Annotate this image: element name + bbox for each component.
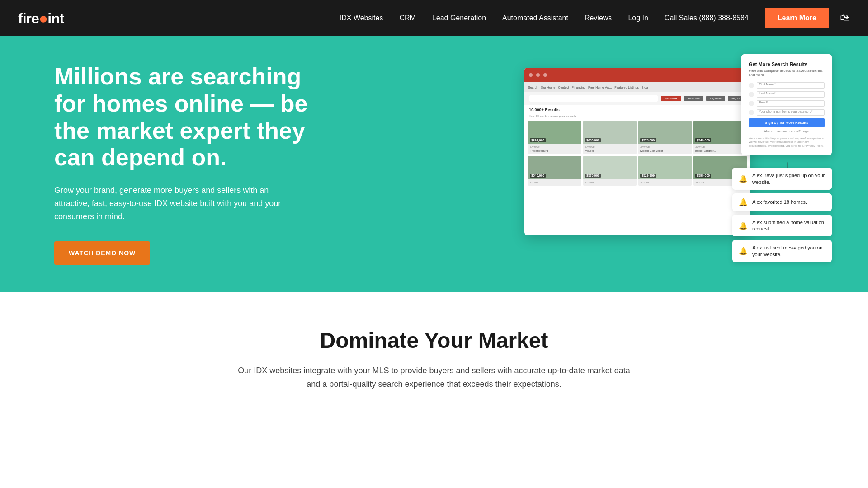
mock-property-2: $650,000 ACTIVEMcLean (583, 121, 637, 154)
mock-property-grid: $899,000 ACTIVEFredericksburg $650,000 A… (524, 121, 750, 186)
nav-links: IDX Websites CRM Lead Generation Automat… (340, 14, 749, 22)
signup-privacy-text: We are committed to your privacy and a s… (749, 136, 825, 148)
bell-icon-2: 🔔 (739, 198, 748, 206)
notification-3: 🔔 Alex submitted a home valuation reques… (732, 215, 832, 237)
signup-modal: Get More Search Results Free and complet… (741, 54, 832, 155)
notification-cards: 🔔 Alex Bava just signed up on your websi… (732, 168, 832, 262)
logo-flame: ● (39, 9, 48, 27)
learn-more-button[interactable]: Learn More (765, 8, 829, 28)
signup-field-firstname: First Name* (749, 82, 825, 89)
nav-log-in[interactable]: Log In (628, 14, 648, 22)
hero-title: Millions are searching for homes online … (54, 63, 326, 171)
nav-lead-generation[interactable]: Lead Generation (432, 14, 486, 22)
mock-property-1: $899,000 ACTIVEFredericksburg (528, 121, 581, 154)
mock-property-7: $529,999 ACTIVE (638, 156, 692, 186)
logo[interactable]: fire●int (18, 9, 64, 27)
notification-2: 🔔 Alex favorited 18 homes. (732, 193, 832, 211)
bell-icon-3: 🔔 (739, 221, 748, 230)
mock-results-count: 10,000+ Results (524, 105, 750, 115)
signup-modal-subtitle: Free and complete access to Saved Search… (749, 69, 825, 77)
mock-property-3: $575,000 ACTIVEMclean Golf Manor (638, 121, 692, 154)
nav-automated-assistant[interactable]: Automated Assistant (502, 14, 568, 22)
bell-icon-1: 🔔 (739, 174, 748, 183)
hero-content: Millions are searching for homes online … (54, 63, 326, 265)
signup-field-lastname: Last Name* (749, 91, 825, 98)
dominate-section: Dominate Your Market Our IDX websites in… (0, 292, 868, 418)
signup-field-phone: Your phone number is your password* (749, 109, 825, 116)
signup-modal-title: Get More Search Results (749, 61, 825, 67)
dominate-title: Dominate Your Market (54, 328, 814, 353)
hero-section: Millions are searching for homes online … (0, 36, 868, 292)
dominate-subtitle: Our IDX websites integrate with your MLS… (231, 364, 637, 391)
navbar: fire●int IDX Websites CRM Lead Generatio… (0, 0, 868, 36)
nav-crm[interactable]: CRM (399, 14, 415, 22)
nav-call-sales[interactable]: Call Sales (888) 388-8584 (665, 14, 749, 22)
mock-nav-bar: Search Our Home Contact Financing Free H… (524, 82, 750, 92)
notification-1: 🔔 Alex Bava just signed up on your websi… (732, 168, 832, 190)
website-mock: Search Our Home Contact Financing Free H… (524, 68, 750, 235)
bell-icon-4: 🔔 (739, 247, 748, 255)
mock-property-6: $575,000 ACTIVE (583, 156, 637, 186)
signup-submit-button[interactable]: Sign Up for More Results (749, 118, 825, 127)
cart-icon[interactable]: 🛍 (840, 12, 850, 24)
nav-idx-websites[interactable]: IDX Websites (340, 14, 383, 22)
nav-reviews[interactable]: Reviews (585, 14, 612, 22)
mock-property-5: $545,000 ACTIVE (528, 156, 581, 186)
notification-4: 🔔 Alex just sent messaged you on your we… (732, 240, 832, 262)
mock-search-bar: $400,000 Max Price Any Beds Any Ba... (524, 92, 750, 105)
signup-field-email: Email* (749, 100, 825, 107)
watch-demo-button[interactable]: WATCH DEMO NOW (54, 241, 150, 265)
mock-property-4: $549,000 ACTIVEBurke, Landfair... (693, 121, 747, 154)
mock-header (524, 68, 750, 82)
signup-login-link[interactable]: Already have an account? Login (749, 130, 825, 133)
hero-illustration: Search Our Home Contact Financing Free H… (524, 54, 832, 262)
hero-subtitle: Grow your brand, generate more buyers an… (54, 184, 289, 223)
